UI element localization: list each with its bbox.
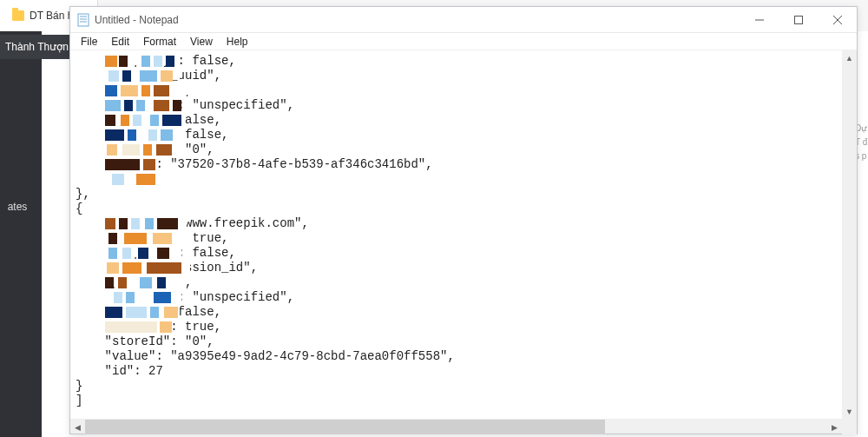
- sidebar-item-1-label: Thành Thượn: [5, 41, 69, 53]
- text-line: "value": "a9395e49-9ad2-4c79-8cbd-7aea0f…: [76, 349, 837, 364]
- menubar: File Edit Format View Help: [70, 33, 857, 50]
- close-button[interactable]: [818, 7, 857, 33]
- text-line: "hostOnly": true,: [76, 231, 837, 246]
- folder-icon: [12, 10, 24, 21]
- text-line: {: [76, 202, 837, 216]
- text-line: "storeId": "0",: [76, 142, 837, 157]
- hscroll-thumb[interactable]: [85, 420, 605, 434]
- hscroll-track[interactable]: [85, 420, 827, 434]
- text-line: "secure": false,: [76, 113, 837, 128]
- vertical-scrollbar[interactable]: ▲ ▼: [842, 50, 857, 419]
- notepad-app-icon: [77, 13, 89, 27]
- text-line: "httpOnly": false,: [76, 54, 837, 69]
- notepad-body: "httpOnly": false, "name": "_uuid", "pat…: [70, 50, 857, 419]
- menu-format[interactable]: Format: [136, 34, 183, 50]
- menu-edit[interactable]: Edit: [104, 34, 136, 50]
- window-title: Untitled - Notepad: [95, 14, 179, 26]
- maximize-icon: [794, 16, 803, 24]
- scroll-left-icon[interactable]: ◀: [70, 420, 85, 434]
- horizontal-scrollbar[interactable]: ◀ ▶: [70, 419, 857, 434]
- sidebar-item-1[interactable]: Thành Thượn: [0, 35, 69, 59]
- text-line: }: [76, 379, 837, 394]
- titlebar[interactable]: Untitled - Notepad: [70, 7, 857, 33]
- menu-help[interactable]: Help: [220, 34, 255, 50]
- text-line: "domain": "www.freepik.com",: [76, 216, 837, 231]
- menu-file[interactable]: File: [74, 34, 104, 50]
- text-line: "value": "37520-37b8-4afe-b539-af346c341…: [76, 157, 837, 172]
- scroll-down-icon[interactable]: ▼: [842, 404, 857, 419]
- text-line: "name": "session_id",: [76, 261, 837, 275]
- text-line: },: [76, 187, 837, 202]
- text-area[interactable]: "httpOnly": false, "name": "_uuid", "pat…: [70, 50, 842, 419]
- text-line: "id": 27: [76, 364, 837, 379]
- sidebar-item-2-label: ates: [8, 201, 28, 213]
- svg-rect-0: [78, 14, 89, 26]
- close-icon: [833, 16, 842, 24]
- text-line: "id": 26: [76, 172, 837, 187]
- text-line: "secure": false,: [76, 305, 837, 320]
- vscroll-track[interactable]: [842, 65, 857, 404]
- svg-rect-5: [794, 16, 802, 23]
- text-line: "session": false,: [76, 128, 837, 142]
- text-line: "name": "_uuid",: [76, 69, 837, 83]
- text-line: "path": "/",: [76, 275, 837, 290]
- background-sidebar: [0, 31, 42, 437]
- minimize-button[interactable]: [740, 7, 779, 33]
- scroll-up-icon[interactable]: ▲: [842, 50, 857, 65]
- maximize-button[interactable]: [779, 7, 818, 33]
- notepad-window: Untitled - Notepad File Edit Format View…: [69, 6, 858, 434]
- text-line: "httpOnly": false,: [76, 246, 837, 261]
- scroll-right-icon[interactable]: ▶: [827, 420, 842, 434]
- text-line: "storeId": "0",: [76, 334, 837, 349]
- scrollbar-corner: [842, 420, 857, 434]
- text-line: "sameSite": "unspecified",: [76, 290, 837, 305]
- sidebar-item-2[interactable]: ates: [0, 196, 35, 217]
- text-line: ]: [76, 394, 837, 408]
- menu-view[interactable]: View: [183, 34, 220, 50]
- minimize-icon: [755, 16, 764, 24]
- text-line: "session": true,: [76, 320, 837, 334]
- text-line: "path": "/",: [76, 83, 837, 98]
- text-line: "sameSite": "unspecified",: [76, 98, 837, 113]
